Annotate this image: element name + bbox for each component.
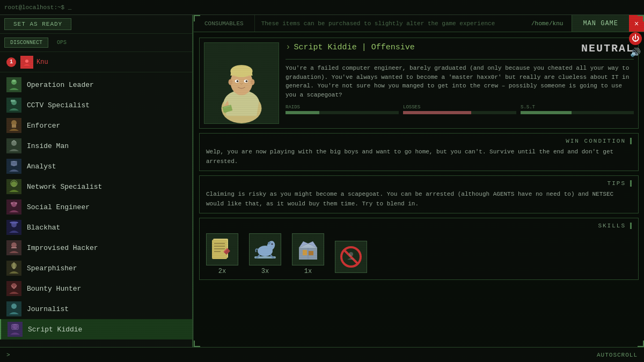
char-name-script: Script Kiddie — [28, 326, 82, 334]
player-badge: 1 — [6, 57, 16, 67]
char-item-social[interactable]: Social Engineer — [0, 197, 192, 217]
skill-count-1: 2x — [218, 268, 226, 275]
left-panel: SET AS READY DISCONNECT OPS 1 Knu — [0, 15, 193, 347]
svg-point-56 — [349, 252, 353, 256]
svg-point-36 — [229, 79, 233, 85]
avatar-bounty — [6, 281, 21, 296]
avatar-op-leader — [6, 77, 21, 92]
stat-col3: S.S.T — [521, 105, 634, 114]
left-panel-header: SET AS READY — [0, 15, 192, 34]
avatar-blackhat — [6, 220, 21, 235]
player-row: 1 Knu — [0, 52, 192, 72]
char-item-blackhat[interactable]: Blackhat — [0, 217, 192, 238]
svg-point-1 — [25, 60, 28, 63]
ops-label: OPS — [57, 40, 67, 46]
set-as-ready-button[interactable]: SET AS READY — [4, 18, 71, 30]
svg-rect-3 — [12, 80, 16, 82]
power-button[interactable]: ⏻ — [629, 32, 642, 45]
char-item-inside-man[interactable]: Inside Man — [0, 136, 192, 156]
char-name-op-leader: Operation Leader — [27, 81, 94, 89]
right-panel: CONSUMABLES These items can be purchased… — [193, 15, 644, 347]
avatar-analyst — [6, 159, 21, 174]
avatar-cctv — [6, 98, 21, 113]
stats-row: RAIDS LOSSES S.S.T — [286, 105, 634, 114]
char-item-op-leader[interactable]: Operation Leader — [0, 75, 192, 95]
man-game-button[interactable]: MAN GAME — [572, 15, 629, 32]
avatar-spearphish — [6, 261, 21, 276]
win-condition-header: WIN CONDITION — [206, 138, 632, 144]
character-list: Operation Leader CCTV Specialist Enforce… — [0, 72, 192, 347]
svg-point-8 — [11, 141, 17, 146]
skill-count-3: 1x — [304, 268, 312, 275]
skill-item-4 — [335, 241, 367, 275]
skills-items: 2x — [206, 233, 632, 275]
svg-rect-41 — [212, 240, 227, 259]
skill-icon-3 — [292, 233, 324, 265]
autoscroll-button[interactable]: AUTOSCROLL — [597, 352, 638, 358]
sound-button[interactable]: 🔊 — [630, 47, 641, 58]
char-name-blackhat: Blackhat — [27, 224, 60, 232]
tab-consumables[interactable]: CONSUMABLES — [194, 15, 255, 32]
character-header-card: › Script Kiddie | Offensive NEUTRAL You'… — [199, 38, 639, 129]
app-title: root@localhost:~$ _ — [4, 4, 71, 11]
svg-point-49 — [272, 243, 273, 245]
svg-point-35 — [246, 80, 248, 82]
char-name-enforcer: Enforcer — [27, 122, 60, 130]
skill-item-1: 2x — [206, 233, 238, 275]
char-item-spearphish[interactable]: Spearphisher — [0, 258, 192, 278]
char-item-enforcer[interactable]: Enforcer — [0, 115, 192, 136]
char-name-analyst: Analyst — [27, 162, 56, 171]
char-item-script[interactable]: >_ Script Kiddie — [0, 319, 192, 339]
nav-path: /home/knu — [523, 15, 572, 32]
terminal-prompt: > — [6, 352, 10, 358]
bottom-bar: > AUTOSCROLL — [0, 347, 644, 362]
main-container: SET AS READY DISCONNECT OPS 1 Knu — [0, 15, 644, 347]
char-name-journalist: Journalist — [27, 305, 69, 313]
skill-icon-2 — [249, 233, 281, 265]
char-item-network[interactable]: Network Specialist — [0, 176, 192, 197]
avatar-script: >_ — [8, 322, 23, 337]
svg-rect-7 — [12, 124, 16, 128]
role-title: Script Kiddie | Offensive — [294, 43, 415, 52]
character-portrait — [204, 42, 279, 124]
svg-rect-5 — [11, 100, 15, 102]
avatar-improv — [6, 240, 21, 255]
svg-point-34 — [237, 80, 239, 82]
avatar-social — [6, 200, 21, 215]
char-name-social: Social Engineer — [27, 203, 90, 211]
character-description: You're a failed computer engineer, barel… — [286, 64, 634, 99]
char-item-bounty[interactable]: Bounty Hunter — [0, 278, 192, 299]
disconnect-button[interactable]: DISCONNECT — [4, 38, 48, 48]
avatar-network — [6, 179, 21, 194]
char-item-improv[interactable]: Improvised Hacker — [0, 238, 192, 258]
char-name-inside-man: Inside Man — [27, 142, 69, 150]
control-row: DISCONNECT OPS — [0, 34, 192, 52]
char-name-improv: Improvised Hacker — [27, 244, 98, 252]
skills-section: SKILLS — [199, 218, 639, 280]
char-item-journalist[interactable]: Journalist — [0, 299, 192, 319]
tab-description: These items can be purchased to slightly… — [255, 15, 523, 32]
alignment-label: NEUTRAL — [581, 42, 634, 55]
divider — [286, 59, 634, 60]
stat-col: RAIDS — [286, 105, 399, 114]
svg-line-55 — [344, 250, 358, 264]
char-name-bounty: Bounty Hunter — [27, 285, 81, 293]
char-name-cctv: CCTV Specialist — [27, 101, 90, 109]
avatar-journalist — [6, 301, 21, 316]
tips-text: Claiming is risky as you might become a … — [206, 190, 632, 209]
char-item-cctv[interactable]: CCTV Specialist — [0, 95, 192, 115]
header-top-row: › Script Kiddie | Offensive NEUTRAL — [286, 42, 634, 55]
svg-rect-52 — [309, 251, 313, 255]
svg-text:>_: >_ — [13, 326, 17, 329]
skill-count-2: 3x — [261, 268, 269, 275]
char-item-analyst[interactable]: Analyst — [0, 156, 192, 176]
player-name: Knu — [36, 58, 48, 66]
avatar-enforcer — [6, 118, 21, 133]
svg-point-37 — [251, 79, 255, 85]
content-area: › Script Kiddie | Offensive NEUTRAL You'… — [194, 32, 644, 347]
skill-item-2: 3x — [249, 233, 281, 275]
svg-point-17 — [10, 221, 18, 224]
tips-box: TIPS Claiming is risky as you might beco… — [199, 175, 639, 213]
character-info: › Script Kiddie | Offensive NEUTRAL You'… — [286, 42, 634, 124]
skills-header: SKILLS — [206, 223, 632, 229]
